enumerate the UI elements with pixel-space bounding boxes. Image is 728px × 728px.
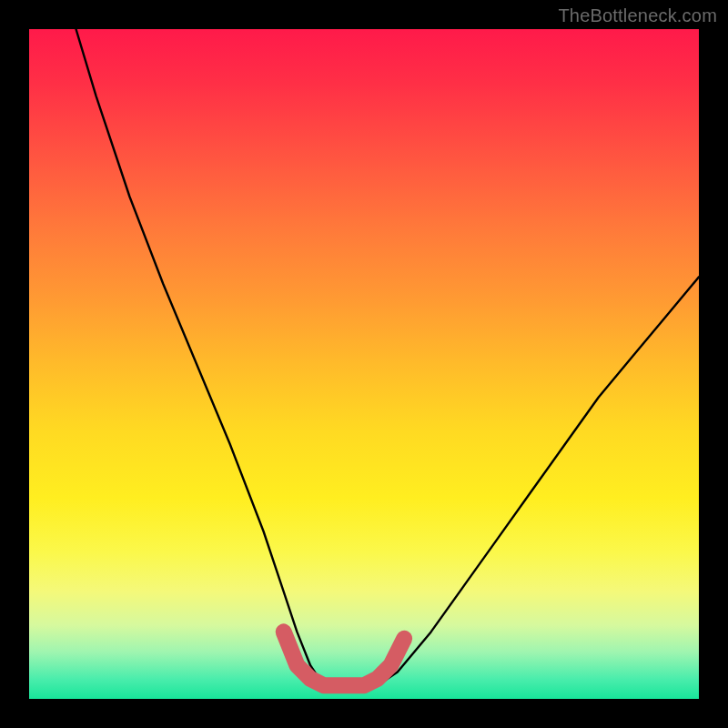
chart-frame: TheBottleneck.com <box>0 0 728 728</box>
chart-svg <box>29 29 699 699</box>
bottom-highlight <box>284 632 405 685</box>
bottleneck-curve <box>76 29 700 693</box>
watermark-text: TheBottleneck.com <box>558 5 717 26</box>
plot-area <box>29 29 699 699</box>
